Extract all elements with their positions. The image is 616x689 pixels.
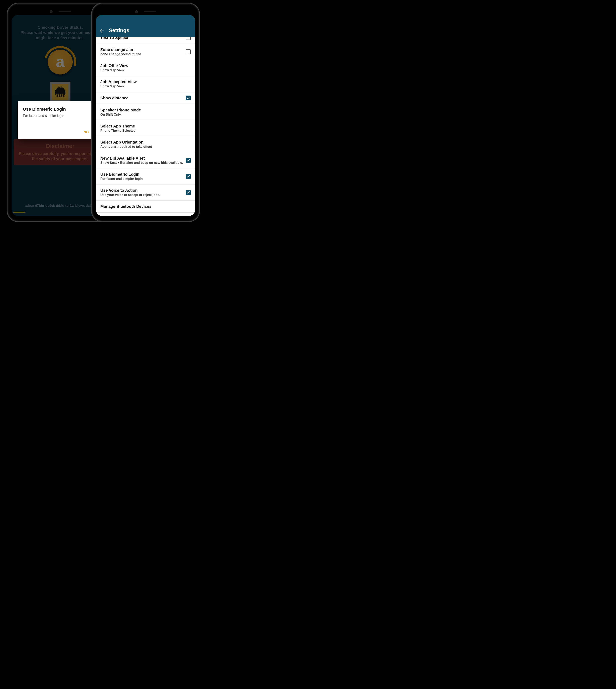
section-label-device-details: Device Details (96, 213, 195, 216)
settings-row-title: Text To Speech (101, 37, 130, 40)
settings-row-subtitle: Use your voice to accept or reject jobs. (101, 193, 160, 197)
settings-row-subtitle: Zone change sound muted (101, 52, 141, 56)
screen-right: Settings Text To SpeechZone change alert… (96, 15, 195, 216)
phone-notch (48, 10, 72, 13)
settings-row-subtitle: Show Map View (101, 68, 129, 72)
settings-row[interactable]: Text To Speech (96, 37, 195, 44)
settings-row[interactable]: Job Accepted ViewShow Map View (96, 76, 195, 92)
settings-row-subtitle: Phone Theme Selected (101, 129, 135, 132)
back-icon[interactable] (100, 28, 105, 34)
settings-row[interactable]: Manage Bluetooth Devices (96, 200, 195, 213)
settings-row-title: Speaker Phone Mode (101, 108, 141, 112)
app-bar: Settings (96, 15, 195, 37)
settings-row-title: Job Accepted View (101, 80, 137, 84)
settings-screen: Settings Text To SpeechZone change alert… (96, 15, 195, 216)
settings-list[interactable]: Text To SpeechZone change alertZone chan… (96, 37, 195, 216)
dialog-no-button[interactable]: NO (83, 128, 90, 137)
settings-row[interactable]: Speaker Phone ModeOn Shift Only (96, 104, 195, 120)
checkbox[interactable] (186, 174, 191, 179)
settings-row[interactable]: Use Biometric LoginFor faster and simple… (96, 168, 195, 185)
settings-row-subtitle: On Shift Only (101, 113, 141, 116)
settings-row[interactable]: Job Offer ViewShow Map View (96, 60, 195, 76)
settings-row-subtitle: App restart required to take effect (101, 145, 152, 149)
settings-row-subtitle: Show Snack Bar alert and beep on new bid… (101, 161, 183, 165)
settings-row[interactable]: Select App OrientationApp restart requir… (96, 136, 195, 152)
settings-row[interactable]: Select App ThemePhone Theme Selected (96, 120, 195, 136)
phone-notch (133, 10, 158, 13)
settings-row-title: Manage Bluetooth Devices (101, 204, 152, 209)
settings-row-title: Select App Theme (101, 124, 135, 128)
checkbox[interactable] (186, 37, 191, 40)
settings-row[interactable]: Show distance (96, 92, 195, 104)
settings-row-title: Job Offer View (101, 63, 129, 68)
app-bar-title: Settings (109, 27, 130, 34)
checkbox[interactable] (186, 49, 191, 54)
settings-row[interactable]: Use Voice to ActionUse your voice to acc… (96, 185, 195, 200)
phone-right: Settings Text To SpeechZone change alert… (92, 4, 199, 221)
settings-row-title: Select App Orientation (101, 140, 152, 145)
settings-row-title: Use Voice to Action (101, 188, 160, 193)
settings-row-subtitle: For faster and simpler login (101, 177, 143, 181)
settings-row-subtitle: Show Map View (101, 85, 137, 88)
checkbox[interactable] (186, 158, 191, 163)
checkbox[interactable] (186, 95, 191, 100)
settings-row-title: Zone change alert (101, 47, 141, 52)
checkbox[interactable] (186, 190, 191, 195)
settings-row[interactable]: Zone change alertZone change sound muted (96, 44, 195, 60)
settings-row-title: New Bid Available Alert (101, 156, 183, 160)
settings-row-title: Use Biometric Login (101, 172, 143, 177)
settings-row[interactable]: New Bid Available AlertShow Snack Bar al… (96, 152, 195, 168)
settings-row-title: Show distance (101, 96, 129, 100)
